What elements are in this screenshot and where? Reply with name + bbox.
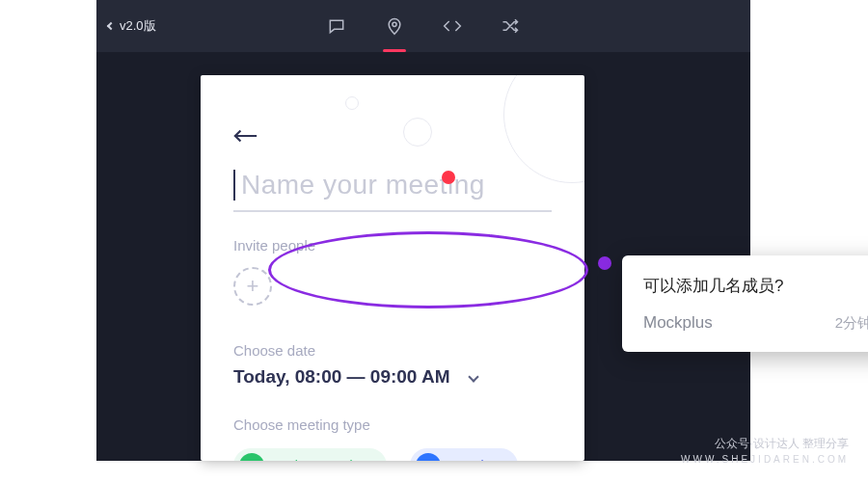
- meeting-form-card: Name your meeting Invite people + Choose…: [201, 75, 584, 461]
- comment-time: 2分钟前: [835, 314, 868, 333]
- tab-shuffle-icon[interactable]: [501, 16, 520, 36]
- chip-meeting[interactable]: Meeting: [410, 448, 518, 461]
- tab-location-icon[interactable]: [385, 16, 404, 36]
- left-gutter: [0, 0, 96, 482]
- chip-label: Meeting: [450, 458, 499, 461]
- date-picker[interactable]: Today, 08:00 — 09:00 AM: [233, 366, 552, 388]
- date-label: Choose date: [233, 342, 552, 359]
- text-cursor-icon: [233, 170, 235, 201]
- right-gutter: [750, 0, 868, 482]
- prototype-canvas: v2.0版 Name your meeting: [96, 0, 750, 461]
- top-toolbar: v2.0版: [96, 0, 750, 52]
- chevron-down-icon: [468, 371, 478, 382]
- comment-author: Mockplus: [643, 313, 713, 333]
- chip-dot-n: N: [239, 453, 264, 461]
- watermark: 公众号·设计达人 整理分享 WWW.SHEJIDAREN.COM: [681, 436, 849, 465]
- type-label: Choose meeting type: [233, 416, 552, 433]
- watermark-line2: WWW.SHEJIDAREN.COM: [681, 454, 849, 465]
- svg-point-0: [393, 22, 396, 26]
- comment-popover[interactable]: 可以添加几名成员? Mockplus 2分钟前: [622, 255, 868, 352]
- add-person-button[interactable]: +: [233, 267, 272, 306]
- hotspot-red-dot[interactable]: [442, 171, 455, 184]
- tab-comment-icon[interactable]: [327, 16, 346, 36]
- chip-dot-chat-icon: [416, 453, 441, 461]
- chip-project-meeting[interactable]: N Project meeting: [233, 448, 387, 461]
- watermark-line1: 公众号·设计达人 整理分享: [681, 436, 849, 452]
- chevron-left-icon: [107, 22, 115, 30]
- deco-circle-icon: [345, 96, 359, 110]
- version-back-button[interactable]: v2.0版: [108, 17, 156, 35]
- annotation-anchor-dot[interactable]: [598, 256, 611, 270]
- version-label: v2.0版: [120, 17, 156, 35]
- meeting-name-input[interactable]: Name your meeting: [233, 170, 552, 201]
- meeting-type-chips: N Project meeting Meeting: [233, 448, 552, 461]
- date-value: Today, 08:00 — 09:00 AM: [233, 366, 450, 388]
- comment-meta: Mockplus 2分钟前: [643, 313, 868, 333]
- name-underline: [233, 210, 552, 212]
- arrow-back-icon[interactable]: [233, 129, 258, 143]
- toolbar-tabs: [327, 0, 520, 52]
- comment-text: 可以添加几名成员?: [643, 275, 868, 297]
- invite-label: Invite people: [233, 237, 552, 254]
- chip-label: Project meeting: [274, 458, 367, 461]
- plus-icon: +: [247, 276, 259, 297]
- tab-code-icon[interactable]: [443, 16, 462, 36]
